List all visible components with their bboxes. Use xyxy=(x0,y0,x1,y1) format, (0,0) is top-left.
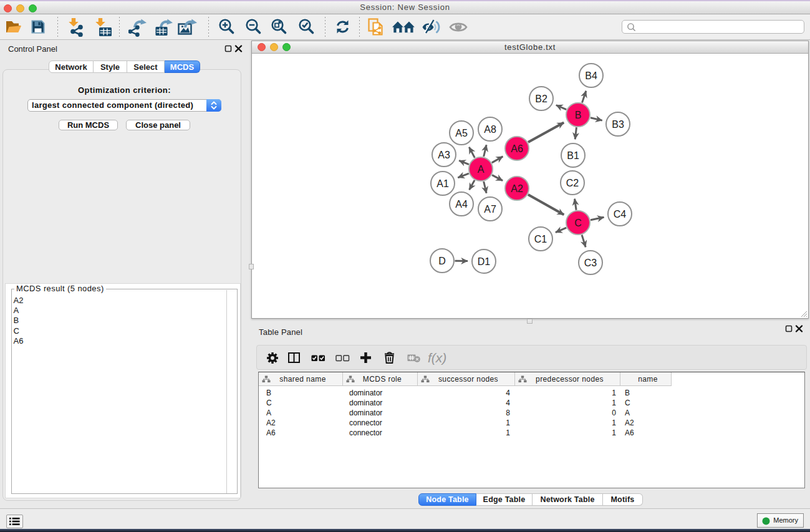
svg-text:A6: A6 xyxy=(511,143,523,154)
svg-text:C2: C2 xyxy=(566,178,579,188)
svg-text:C3: C3 xyxy=(584,258,597,268)
svg-text:B4: B4 xyxy=(585,70,597,81)
svg-text:A4: A4 xyxy=(455,199,468,210)
svg-text:D1: D1 xyxy=(478,256,491,267)
svg-text:C1: C1 xyxy=(534,234,547,244)
svg-text:f(x): f(x) xyxy=(428,351,446,365)
svg-text:A8: A8 xyxy=(484,124,496,135)
svg-text:A7: A7 xyxy=(484,204,496,215)
svg-text:A5: A5 xyxy=(455,128,468,138)
svg-text:C4: C4 xyxy=(614,209,627,220)
svg-text:B3: B3 xyxy=(612,119,624,130)
svg-text:B2: B2 xyxy=(535,94,547,104)
svg-text:A: A xyxy=(478,164,485,175)
svg-text:D: D xyxy=(438,256,446,266)
svg-text:B1: B1 xyxy=(567,150,579,161)
svg-text:A3: A3 xyxy=(438,150,450,160)
svg-text:A1: A1 xyxy=(436,178,449,189)
svg-text:C: C xyxy=(574,218,582,228)
svg-text:A2: A2 xyxy=(511,183,523,194)
svg-text:B: B xyxy=(575,110,582,120)
